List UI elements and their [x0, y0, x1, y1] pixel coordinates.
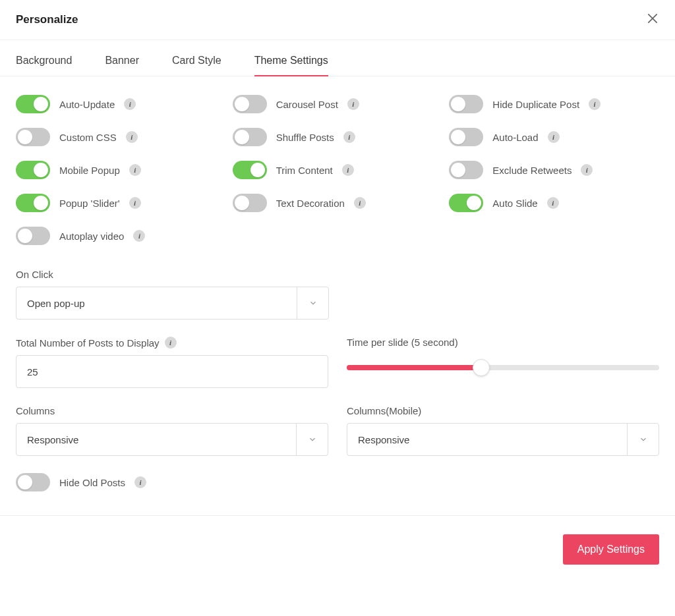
- toggle-row-hide-duplicate-post: Hide Duplicate Posti: [449, 95, 659, 113]
- toggle-row-mobile-popup: Mobile Popupi: [16, 161, 226, 179]
- toggle-switch[interactable]: [449, 194, 483, 212]
- info-icon[interactable]: i: [129, 197, 141, 209]
- toggle-row-carousel-post: Carousel Posti: [233, 95, 443, 113]
- info-icon[interactable]: i: [133, 230, 145, 242]
- toggle-label: Text Decoration: [276, 198, 345, 209]
- info-icon[interactable]: i: [134, 476, 146, 488]
- toggle-label: Autoplay video: [59, 231, 124, 242]
- info-icon[interactable]: i: [342, 164, 354, 176]
- chevron-down-icon: [296, 424, 328, 455]
- toggle-switch[interactable]: [233, 161, 267, 179]
- total-posts-field: Total Number of Posts to Display i: [16, 337, 328, 388]
- info-icon[interactable]: i: [165, 337, 177, 349]
- toggle-label: Carousel Post: [276, 99, 338, 110]
- toggle-row-shuffle-posts: Shuffle Postsi: [233, 128, 443, 146]
- close-icon[interactable]: [646, 12, 659, 28]
- toggle-switch[interactable]: [16, 128, 50, 146]
- on-click-select[interactable]: Open pop-up: [16, 287, 329, 320]
- toggle-label: Mobile Popup: [59, 165, 120, 176]
- tab-background[interactable]: Background: [16, 55, 72, 76]
- toggle-label: Hide Duplicate Post: [492, 99, 579, 110]
- columns-mobile-field: Columns(Mobile) Responsive: [347, 405, 659, 456]
- time-per-slide-label: Time per slide (5 second): [347, 337, 659, 348]
- toggle-label: Exclude Retweets: [492, 165, 572, 176]
- content: Auto-UpdateiCarousel PostiHide Duplicate…: [0, 76, 675, 498]
- time-per-slide-slider[interactable]: [347, 360, 659, 376]
- slider-fill: [347, 365, 481, 370]
- columns-mobile-select[interactable]: Responsive: [347, 423, 659, 456]
- toggle-switch[interactable]: [16, 194, 50, 212]
- toggle-row-exclude-retweets: Exclude Retweetsi: [449, 161, 659, 179]
- toggle-row-trim-content: Trim Contenti: [233, 161, 443, 179]
- on-click-field: On Click Open pop-up: [16, 269, 659, 320]
- toggle-switch[interactable]: [233, 128, 267, 146]
- toggle-row-auto-update: Auto-Updatei: [16, 95, 226, 113]
- tab-banner[interactable]: Banner: [105, 55, 139, 76]
- total-posts-input[interactable]: [16, 355, 328, 388]
- info-icon[interactable]: i: [547, 197, 559, 209]
- toggle-row-auto-load: Auto-Loadi: [449, 128, 659, 146]
- hide-old-posts-label: Hide Old Posts: [59, 477, 125, 488]
- toggle-switch[interactable]: [16, 95, 50, 113]
- toggle-label: Popup 'Slider': [59, 198, 120, 209]
- info-icon[interactable]: i: [124, 98, 136, 110]
- info-icon[interactable]: i: [126, 131, 138, 143]
- toggle-switch[interactable]: [449, 161, 483, 179]
- on-click-label: On Click: [16, 269, 659, 280]
- toggle-switch[interactable]: [449, 128, 483, 146]
- toggle-row-popup-slider-: Popup 'Slider'i: [16, 194, 226, 212]
- toggle-label: Auto Slide: [492, 198, 537, 209]
- columns-value: Responsive: [27, 434, 78, 445]
- toggle-switch[interactable]: [16, 227, 50, 245]
- info-icon[interactable]: i: [343, 131, 355, 143]
- toggle-row-text-decoration: Text Decorationi: [233, 194, 443, 212]
- toggle-switch[interactable]: [233, 194, 267, 212]
- info-icon[interactable]: i: [354, 197, 366, 209]
- on-click-value: Open pop-up: [27, 298, 85, 309]
- tab-card-style[interactable]: Card Style: [172, 55, 221, 76]
- info-icon[interactable]: i: [581, 164, 593, 176]
- modal-title: Personalize: [16, 13, 78, 26]
- toggle-switch[interactable]: [233, 95, 267, 113]
- toggle-row-autoplay-video: Autoplay videoi: [16, 227, 226, 245]
- chevron-down-icon: [627, 424, 659, 455]
- chevron-down-icon: [297, 287, 328, 319]
- info-icon[interactable]: i: [129, 164, 141, 176]
- columns-field: Columns Responsive: [16, 405, 328, 456]
- info-icon[interactable]: i: [347, 98, 359, 110]
- toggle-label: Auto-Load: [492, 132, 538, 143]
- columns-mobile-value: Responsive: [358, 434, 409, 445]
- columns-mobile-label: Columns(Mobile): [347, 405, 659, 416]
- tabs: BackgroundBannerCard StyleTheme Settings: [0, 55, 675, 76]
- toggle-row-custom-css: Custom CSSi: [16, 128, 226, 146]
- hide-old-posts-toggle[interactable]: [16, 473, 50, 491]
- personalize-modal: Personalize BackgroundBannerCard StyleTh…: [0, 0, 675, 583]
- apply-settings-button[interactable]: Apply Settings: [563, 534, 659, 565]
- toggle-label: Trim Content: [276, 165, 333, 176]
- time-per-slide-field: Time per slide (5 second): [347, 337, 659, 388]
- toggle-label: Custom CSS: [59, 132, 117, 143]
- hide-old-posts-row: Hide Old Posts i: [16, 473, 659, 491]
- columns-label: Columns: [16, 405, 328, 416]
- toggle-switch[interactable]: [449, 95, 483, 113]
- slider-thumb[interactable]: [473, 359, 490, 376]
- toggle-grid: Auto-UpdateiCarousel PostiHide Duplicate…: [16, 95, 659, 245]
- columns-select[interactable]: Responsive: [16, 423, 328, 456]
- tab-theme-settings[interactable]: Theme Settings: [254, 55, 328, 76]
- toggle-row-auto-slide: Auto Slidei: [449, 194, 659, 212]
- total-posts-label: Total Number of Posts to Display i: [16, 337, 328, 349]
- toggle-label: Shuffle Posts: [276, 132, 334, 143]
- footer: Apply Settings: [0, 515, 675, 583]
- info-icon[interactable]: i: [589, 98, 601, 110]
- toggle-label: Auto-Update: [59, 99, 115, 110]
- modal-header: Personalize: [0, 0, 675, 40]
- info-icon[interactable]: i: [548, 131, 560, 143]
- toggle-switch[interactable]: [16, 161, 50, 179]
